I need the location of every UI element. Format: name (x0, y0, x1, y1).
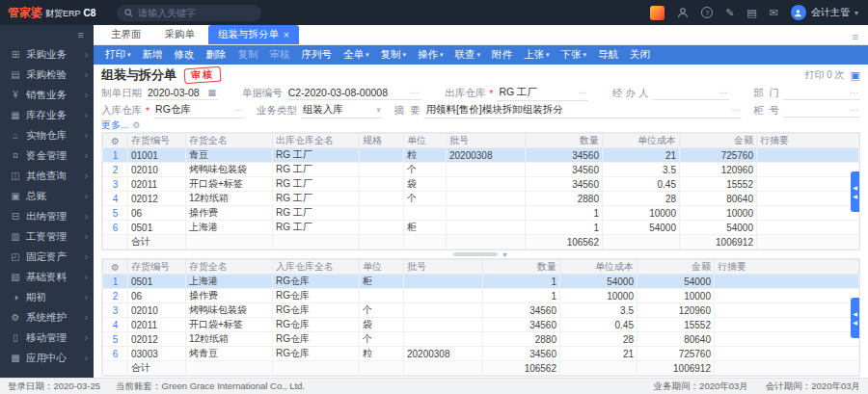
toolbar-button-1[interactable]: 新增 (137, 48, 169, 62)
column-settings-icon[interactable]: ⚙ (103, 134, 128, 148)
sidebar-collapse-button[interactable]: ≡ (0, 25, 94, 44)
collapse-panel-button[interactable]: ◀ ◀ (851, 298, 859, 338)
splitter-handle[interactable] (453, 252, 498, 256)
table-row[interactable]: 10501上海港RG仓库柜15400054000 (103, 275, 859, 289)
promo-badge-icon[interactable] (650, 6, 665, 20)
chevron-right-icon: › (85, 292, 88, 302)
tab-purchase-order[interactable]: 采购单 (155, 25, 205, 44)
lookup-icon[interactable]: ⋯ (850, 88, 858, 97)
grid-splitter[interactable]: ▼ (101, 250, 860, 258)
toolbar-button-0[interactable]: 打印▾ (99, 48, 137, 62)
table-row[interactable]: 206操作费RG仓库11000010000 (103, 289, 859, 303)
column-header: 出库仓库全名 (273, 134, 360, 148)
toolbar-button-14[interactable]: 导航 (592, 48, 624, 62)
business-period: 业务期间：2020年03月 (654, 381, 748, 393)
sales-icon: ¥ (10, 90, 21, 100)
toolbar-button-10[interactable]: 联查▾ (449, 48, 487, 62)
table-row[interactable]: 402011开口袋+标签RG仓库袋345600.4515552 (103, 318, 859, 332)
toolbar-button-15[interactable]: 关闭 (624, 48, 656, 62)
toolbar-button-11[interactable]: 附件 (486, 48, 518, 62)
toolbar-button-9[interactable]: 操作▾ (412, 48, 449, 62)
toolbar-button-6[interactable]: 序列号 (296, 48, 339, 62)
sidebar-item-inventory[interactable]: ▦库存业务› (0, 105, 94, 125)
document-header: 组装与拆分单 审核 打印 0 次 ▣ (101, 65, 860, 86)
out-warehouse-input[interactable]: RG 工厂 ⋯ (497, 86, 588, 101)
sidebar-item-system-maintenance[interactable]: ⚙系统维护› (0, 307, 94, 328)
sidebar-item-purchase-inspect[interactable]: ▤采购检验› (0, 65, 94, 85)
doc-no-input[interactable]: C2-2020-03-08-00008 ⋯ (286, 87, 421, 100)
table-row[interactable]: 101001青豆RG 工厂粒202003083456021725760 (103, 148, 859, 163)
help-icon[interactable]: ? (701, 7, 713, 18)
toolbar-button-2[interactable]: 修改 (169, 48, 201, 62)
table-row[interactable]: 603003烤青豆RG仓库粒202003083456021725760 (103, 347, 859, 361)
sidebar-item-fixed-assets[interactable]: ◰固定资产› (0, 247, 94, 267)
sidebar-item-payroll[interactable]: ▥工资管理› (0, 226, 94, 247)
lookup-icon[interactable]: ⋯ (234, 105, 243, 115)
lookup-icon[interactable]: ⋯ (731, 105, 740, 115)
sidebar-item-sales[interactable]: ¥销售业务› (0, 85, 94, 105)
in-warehouse-input[interactable]: RG仓库 ⋯ (153, 103, 245, 118)
collapse-left-icon: ◀ (853, 319, 857, 326)
other-query-icon: ◫ (10, 171, 21, 181)
settings-small-icon[interactable]: ⚙ (132, 120, 140, 130)
lookup-icon[interactable]: ⋯ (719, 88, 727, 97)
table-row[interactable]: 302010烤鸭味包装袋RG仓库个345603.5120960 (103, 303, 859, 318)
sidebar-item-purchase[interactable]: ⊞采购业务› (0, 44, 94, 65)
tab-home[interactable]: 主界面 (101, 25, 151, 44)
tab-assembly-split[interactable]: 组装与拆分单× (208, 25, 299, 44)
table-row[interactable]: 506操作费RG 工厂11000010000 (103, 206, 859, 221)
make-date-input[interactable]: 2020-03-08 ▦ (146, 87, 218, 100)
chevron-right-icon: › (85, 49, 88, 60)
table-header-row: ⚙存货编号存货全名入库仓库全名单位批号数量单位成本金额行摘要 (103, 260, 859, 275)
sidebar-item-app-center[interactable]: ▩应用中心› (0, 348, 94, 368)
table-row[interactable]: 40201212粒纸箱RG 工厂个28802880640 (103, 192, 859, 206)
calendar-icon[interactable]: ▦ (207, 88, 216, 97)
toolbar-button-13[interactable]: 下张▾ (556, 48, 593, 62)
table-row[interactable]: 302011开口袋+标签RG 工厂袋345600.4515552 (103, 177, 859, 192)
summary-input[interactable]: 用领料[售价]模块拆卸组装拆分 ⋯ (423, 103, 742, 118)
toolbar-button-12[interactable]: 上张▾ (518, 48, 556, 62)
sidebar-item-funds[interactable]: ¤资金管理› (0, 145, 94, 166)
biz-type-select[interactable]: 组装入库 ▾ (301, 103, 383, 118)
department-input[interactable]: ⋯ (783, 88, 860, 100)
sidebar-item-base-data[interactable]: ▧基础资料› (0, 267, 94, 287)
lookup-icon[interactable]: ⋯ (411, 88, 420, 97)
person-icon[interactable] (677, 7, 689, 18)
table-row[interactable]: 202010烤鸭味包装袋RG 工厂个345603.5120960 (103, 163, 859, 177)
sidebar-item-other-query[interactable]: ◫其他查询› (0, 166, 94, 186)
lookup-icon[interactable]: ⋯ (850, 105, 858, 115)
sidebar-item-general-ledger[interactable]: ▣总账› (0, 186, 94, 206)
column-settings-icon[interactable]: ⚙ (103, 260, 128, 275)
mail-icon[interactable]: ✉ (770, 7, 778, 19)
caret-down-icon[interactable]: ▾ (376, 105, 381, 115)
table-row[interactable]: 60501上海港RG 工厂柜15400054000 (103, 221, 859, 235)
cabinet-no-input[interactable]: ⋯ (783, 105, 860, 118)
layout-toggle-icon[interactable]: ▣ (851, 69, 860, 82)
document-icon[interactable]: ▤ (746, 7, 756, 19)
close-icon[interactable]: × (284, 30, 289, 40)
toolbar-button-3[interactable]: 删除 (201, 48, 232, 62)
toolbar-button-5: 审核 (264, 48, 296, 62)
sidebar-item-physical-warehouse[interactable]: ⌂实物仓库› (0, 125, 94, 145)
collapse-panel-button[interactable]: ◀ ◀ (851, 171, 859, 212)
toolbar: 打印▾新增修改删除复制审核序列号全单▾复制▾操作▾联查▾附件上张▾下张▾导航关闭 (94, 45, 868, 65)
user-menu[interactable]: 会计主管 ▾ (791, 5, 858, 20)
note-icon[interactable]: ✎ (725, 7, 734, 19)
search-input[interactable] (138, 8, 254, 18)
sidebar-item-opening[interactable]: ◑期初› (0, 287, 94, 307)
sidebar-item-cashier[interactable]: ⊟出纳管理› (0, 206, 94, 226)
toolbar-button-7[interactable]: 全单▾ (338, 48, 375, 62)
toolbar-button-8[interactable]: 复制▾ (375, 48, 413, 62)
header-fields: 制单日期 2020-03-08 ▦ 单据编号 C2-2020-03-08-000… (101, 86, 860, 118)
out-items-grid: ⚙存货编号存货全名出库仓库全名规格单位批号数量单位成本金额行摘要 101001青… (101, 132, 860, 250)
column-header: 存货全名 (186, 134, 273, 148)
lookup-icon[interactable]: ⋯ (578, 88, 586, 97)
column-header: 数量 (483, 260, 560, 275)
table-row[interactable]: 50201212粒纸箱RG仓库个28802880640 (103, 332, 859, 347)
sidebar-item-mobile[interactable]: ▯移动管理› (0, 328, 94, 348)
more-link[interactable]: 更多... (101, 118, 128, 132)
chevron-right-icon: › (85, 211, 88, 222)
global-search[interactable] (117, 5, 261, 21)
agent-input[interactable]: ⋯ (652, 88, 729, 100)
tab-list-icon[interactable]: ≡ (853, 31, 858, 44)
